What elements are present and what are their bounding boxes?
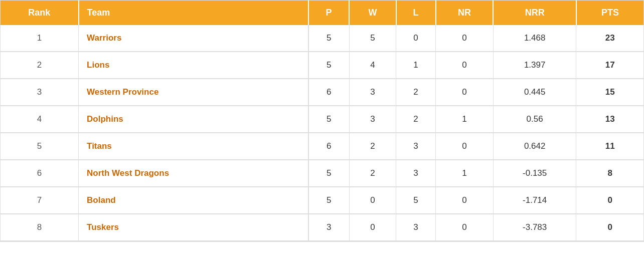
- cell-rank: 6: [1, 160, 79, 187]
- cell-nrr: -1.714: [493, 187, 576, 214]
- cell-team: Dolphins: [79, 106, 308, 133]
- standings-table: Rank Team P W L NR NRR PTS 1Warriors5500…: [0, 0, 644, 242]
- cell-team: Boland: [79, 187, 308, 214]
- cell-team: Tuskers: [79, 214, 308, 241]
- header-nr: NR: [436, 1, 494, 25]
- cell-nr: 0: [436, 133, 494, 160]
- cell-nrr: 1.468: [493, 25, 576, 52]
- cell-nr: 0: [436, 187, 494, 214]
- table-row: 2Lions54101.39717: [1, 52, 643, 79]
- table-row: 4Dolphins53210.5613: [1, 106, 643, 133]
- cell-rank: 4: [1, 106, 79, 133]
- cell-rank: 8: [1, 214, 79, 241]
- cell-pts: 17: [576, 52, 643, 79]
- cell-pts: 11: [576, 133, 643, 160]
- cell-team: Titans: [79, 133, 308, 160]
- table-row: 5Titans62300.64211: [1, 133, 643, 160]
- cell-w: 2: [349, 160, 396, 187]
- cell-nr: 0: [436, 214, 494, 241]
- cell-p: 5: [308, 187, 349, 214]
- cell-pts: 23: [576, 25, 643, 52]
- cell-w: 4: [349, 52, 396, 79]
- table-row: 8Tuskers3030-3.7830: [1, 214, 643, 241]
- cell-pts: 8: [576, 160, 643, 187]
- header-pts: PTS: [576, 1, 643, 25]
- cell-l: 3: [396, 214, 436, 241]
- cell-l: 1: [396, 52, 436, 79]
- cell-p: 5: [308, 52, 349, 79]
- cell-nrr: 0.56: [493, 106, 576, 133]
- cell-l: 3: [396, 160, 436, 187]
- cell-pts: 0: [576, 214, 643, 241]
- cell-pts: 15: [576, 79, 643, 106]
- cell-nrr: -0.135: [493, 160, 576, 187]
- cell-l: 3: [396, 133, 436, 160]
- cell-team: Warriors: [79, 25, 308, 52]
- header-nrr: NRR: [493, 1, 576, 25]
- cell-l: 5: [396, 187, 436, 214]
- table-header-row: Rank Team P W L NR NRR PTS: [1, 1, 643, 25]
- header-team: Team: [79, 1, 308, 25]
- cell-nr: 0: [436, 52, 494, 79]
- cell-team: Lions: [79, 52, 308, 79]
- cell-rank: 5: [1, 133, 79, 160]
- cell-team: Western Province: [79, 79, 308, 106]
- cell-nr: 0: [436, 79, 494, 106]
- cell-rank: 2: [1, 52, 79, 79]
- cell-w: 5: [349, 25, 396, 52]
- cell-l: 2: [396, 106, 436, 133]
- cell-nrr: 0.642: [493, 133, 576, 160]
- cell-pts: 13: [576, 106, 643, 133]
- cell-team: North West Dragons: [79, 160, 308, 187]
- cell-nrr: 0.445: [493, 79, 576, 106]
- cell-nrr: -3.783: [493, 214, 576, 241]
- header-p: P: [308, 1, 349, 25]
- cell-l: 0: [396, 25, 436, 52]
- table-row: 1Warriors55001.46823: [1, 25, 643, 52]
- cell-p: 6: [308, 133, 349, 160]
- cell-p: 5: [308, 160, 349, 187]
- cell-w: 3: [349, 79, 396, 106]
- table-row: 6North West Dragons5231-0.1358: [1, 160, 643, 187]
- cell-w: 2: [349, 133, 396, 160]
- header-l: L: [396, 1, 436, 25]
- table-row: 7Boland5050-1.7140: [1, 187, 643, 214]
- cell-p: 6: [308, 79, 349, 106]
- cell-p: 5: [308, 25, 349, 52]
- table-row: 3Western Province63200.44515: [1, 79, 643, 106]
- cell-p: 5: [308, 106, 349, 133]
- cell-l: 2: [396, 79, 436, 106]
- cell-nr: 1: [436, 160, 494, 187]
- cell-rank: 7: [1, 187, 79, 214]
- cell-w: 0: [349, 214, 396, 241]
- cell-nr: 0: [436, 25, 494, 52]
- cell-w: 0: [349, 187, 396, 214]
- cell-pts: 0: [576, 187, 643, 214]
- cell-nr: 1: [436, 106, 494, 133]
- header-rank: Rank: [1, 1, 79, 25]
- cell-rank: 3: [1, 79, 79, 106]
- cell-p: 3: [308, 214, 349, 241]
- cell-nrr: 1.397: [493, 52, 576, 79]
- header-w: W: [349, 1, 396, 25]
- cell-rank: 1: [1, 25, 79, 52]
- cell-w: 3: [349, 106, 396, 133]
